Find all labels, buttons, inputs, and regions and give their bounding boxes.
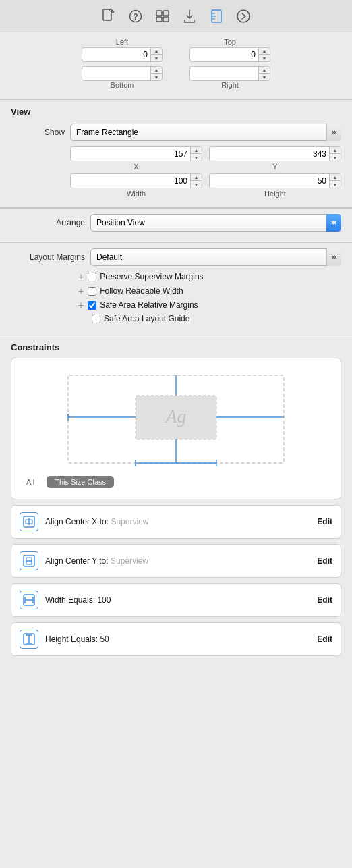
show-label: Show (11, 128, 65, 137)
layout-guide-label[interactable]: Safe Area Layout Guide (104, 314, 189, 323)
left-field-wrap: Left ▲ ▼ (82, 38, 163, 62)
y-input[interactable] (210, 149, 329, 159)
x-stepper: ▲ ▼ (190, 147, 202, 161)
x-increment[interactable]: ▲ (191, 147, 202, 154)
svg-text:Ag: Ag (164, 406, 186, 427)
align-center-x-edit[interactable]: Edit (317, 517, 332, 526)
diagram-canvas: Ag (18, 365, 334, 473)
align-center-y-label: Align Center Y to: (45, 556, 111, 566)
right-increment[interactable]: ▲ (259, 67, 270, 74)
width-input[interactable] (71, 176, 190, 186)
width-increment[interactable]: ▲ (191, 174, 202, 181)
right-field[interactable]: ▲ ▼ (189, 66, 270, 81)
width-stepper: ▲ ▼ (190, 174, 202, 188)
layout-guide-checkbox[interactable] (92, 315, 100, 323)
y-field-wrap: ▲ ▼ Y (209, 146, 341, 171)
layout-margins-select[interactable]: Default (90, 248, 341, 266)
top-stepper: ▲ ▼ (258, 48, 270, 61)
align-center-y-text: Align Center Y to: Superview (45, 556, 310, 566)
bottom-field[interactable]: ▲ ▼ (82, 66, 163, 81)
safe-area-row: + Safe Area Relative Margins (78, 300, 341, 310)
y-increment[interactable]: ▲ (330, 147, 341, 154)
height-equals-icon (20, 630, 38, 649)
view-title: View (11, 107, 341, 117)
help-icon[interactable]: ? (128, 9, 143, 24)
height-equals-value: 50 (100, 634, 109, 644)
top-decrement[interactable]: ▼ (259, 55, 270, 61)
readable-plus-icon[interactable]: + (78, 286, 84, 296)
show-select[interactable]: Frame Rectangle (70, 124, 341, 141)
preserve-label[interactable]: Preserve Superview Margins (100, 272, 203, 281)
align-center-x-text: Align Center X to: Superview (45, 517, 310, 526)
grid-icon[interactable] (155, 9, 170, 24)
left-input[interactable] (82, 50, 150, 59)
bottom-decrement[interactable]: ▼ (151, 74, 162, 80)
show-row: Show Frame Rectangle (11, 124, 341, 141)
width-decrement[interactable]: ▼ (191, 181, 202, 188)
width-equals-text: Width Equals: 100 (45, 595, 310, 605)
y-field[interactable]: ▲ ▼ (209, 146, 341, 161)
layout-margins-dropdown-wrapper[interactable]: Default (90, 248, 341, 266)
inset-section: Left ▲ ▼ Top ▲ ▼ (0, 32, 352, 99)
arrange-label: Arrange (11, 218, 85, 227)
svg-rect-6 (163, 11, 169, 16)
view-section: View Show Frame Rectangle ▲ ▼ (0, 100, 352, 208)
preserve-plus-icon[interactable]: + (78, 271, 84, 282)
top-field-wrap: Top ▲ ▼ (189, 38, 270, 62)
safe-area-label[interactable]: Safe Area Relative Margins (100, 300, 198, 310)
width-field[interactable]: ▲ ▼ (70, 173, 202, 188)
arrange-section: Arrange Position View (0, 209, 352, 243)
arrange-dropdown-wrapper[interactable]: Position View (90, 214, 341, 232)
safe-area-plus-icon[interactable]: + (78, 300, 84, 310)
toolbar: ? (0, 0, 352, 32)
preserve-checkbox[interactable] (88, 273, 96, 281)
height-increment[interactable]: ▲ (330, 174, 341, 181)
forward-icon[interactable] (236, 9, 251, 24)
preserve-row: + Preserve Superview Margins (78, 271, 341, 282)
right-label: Right (221, 81, 239, 89)
arrange-row: Arrange Position View (11, 214, 341, 232)
height-label: Height (264, 190, 286, 198)
y-decrement[interactable]: ▼ (330, 154, 341, 161)
right-decrement[interactable]: ▼ (259, 74, 270, 80)
top-input[interactable] (190, 50, 258, 59)
x-field[interactable]: ▲ ▼ (70, 146, 202, 161)
file-icon[interactable] (101, 9, 116, 24)
tab-this-size-class[interactable]: This Size Class (47, 476, 114, 488)
bottom-stepper: ▲ ▼ (150, 67, 162, 80)
arrange-select[interactable]: Position View (90, 214, 341, 232)
readable-checkbox[interactable] (88, 287, 96, 296)
align-center-y-icon (20, 551, 38, 570)
readable-label[interactable]: Follow Readable Width (100, 286, 183, 296)
height-field[interactable]: ▲ ▼ (209, 173, 341, 188)
top-increment[interactable]: ▲ (259, 48, 270, 55)
align-center-y-edit[interactable]: Edit (317, 556, 332, 566)
top-field[interactable]: ▲ ▼ (189, 47, 270, 62)
bottom-input[interactable] (82, 69, 150, 78)
height-equals-edit[interactable]: Edit (317, 634, 332, 644)
svg-rect-5 (156, 11, 162, 16)
wh-row: ▲ ▼ Width ▲ ▼ Height (70, 173, 341, 198)
x-input[interactable] (71, 149, 190, 159)
width-equals-edit[interactable]: Edit (317, 595, 332, 605)
left-increment[interactable]: ▲ (151, 48, 162, 55)
download-arrow-icon[interactable] (182, 9, 197, 24)
bottom-increment[interactable]: ▲ (151, 67, 162, 74)
show-dropdown-wrapper[interactable]: Frame Rectangle (70, 124, 341, 141)
right-field-wrap: ▲ ▼ Right (189, 66, 270, 90)
align-center-x-label: Align Center X to: (45, 517, 111, 526)
ruler-icon[interactable] (209, 9, 224, 24)
left-decrement[interactable]: ▼ (151, 55, 162, 61)
y-label: Y (272, 163, 277, 171)
safe-area-checkbox[interactable] (88, 301, 96, 310)
bottom-label: Bottom (111, 81, 134, 89)
height-input[interactable] (210, 176, 329, 186)
svg-rect-8 (163, 17, 169, 22)
width-field-wrap: ▲ ▼ Width (70, 173, 202, 198)
right-input[interactable] (190, 69, 258, 78)
x-decrement[interactable]: ▼ (191, 154, 202, 161)
svg-rect-7 (156, 17, 162, 22)
tab-all[interactable]: All (18, 476, 42, 488)
left-field[interactable]: ▲ ▼ (82, 47, 163, 62)
height-decrement[interactable]: ▼ (330, 181, 341, 188)
